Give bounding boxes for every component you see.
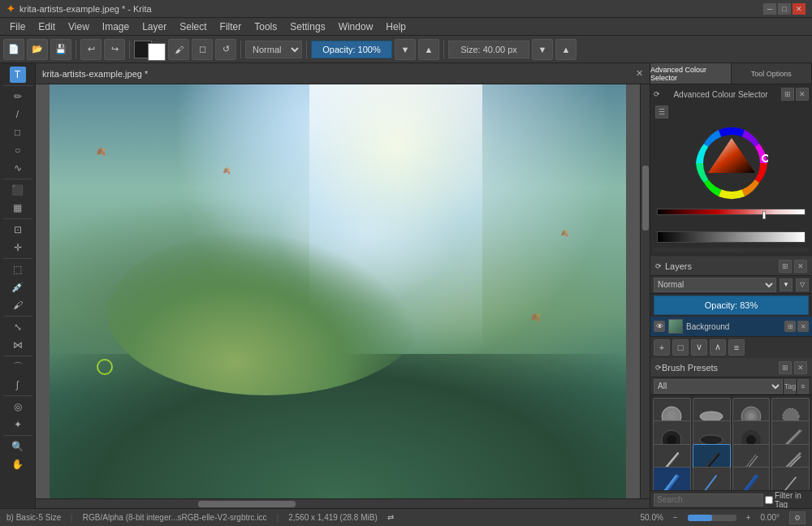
- tool-gradient[interactable]: ▦: [10, 200, 26, 216]
- menu-filter[interactable]: Filter: [214, 19, 248, 34]
- undo-button[interactable]: ↩: [80, 39, 102, 60]
- menu-help[interactable]: Help: [379, 19, 412, 34]
- layer-item-background[interactable]: 👁 Background ⊞ ✕: [650, 317, 812, 336]
- size-down[interactable]: ▼: [532, 39, 553, 60]
- menu-settings[interactable]: Settings: [283, 19, 331, 34]
- brush-category-select[interactable]: All: [654, 379, 783, 394]
- tool-smart-brush[interactable]: 🖌: [10, 297, 26, 313]
- tab-filename[interactable]: krita-artists-example.jpeg *: [42, 69, 148, 79]
- layers-refresh-icon[interactable]: ⟳: [655, 262, 662, 270]
- filter-in-tag-toggle[interactable]: Filter in Tag: [765, 491, 809, 509]
- tool-zoom[interactable]: 🔍: [10, 438, 26, 455]
- brush-tag-button[interactable]: Tag: [784, 379, 796, 394]
- layer-duplicate-button[interactable]: □: [672, 339, 689, 356]
- save-button[interactable]: 💾: [50, 39, 71, 60]
- layers-close-button[interactable]: ✕: [794, 260, 807, 273]
- tool-bezier[interactable]: ∿: [10, 160, 26, 176]
- tool-calligraphy[interactable]: ∫: [10, 377, 26, 393]
- tab-close-button[interactable]: ✕: [636, 68, 643, 79]
- size-up[interactable]: ▲: [555, 39, 577, 60]
- tool-freehand[interactable]: ✏: [10, 88, 26, 105]
- opacity-display[interactable]: Opacity: 100%: [311, 41, 392, 58]
- bw-gradient-bar[interactable]: [657, 231, 806, 243]
- redo-button[interactable]: ↪: [104, 39, 125, 60]
- tool-text[interactable]: T: [10, 67, 26, 83]
- colour-wheel-svg[interactable]: [695, 127, 768, 200]
- menu-edit[interactable]: Edit: [32, 19, 62, 34]
- brush-close-button[interactable]: ✕: [794, 361, 807, 374]
- opacity-up[interactable]: ▲: [418, 39, 439, 60]
- brush-item-15[interactable]: [771, 467, 810, 490]
- status-zoom-out[interactable]: −: [673, 513, 678, 522]
- tool-pan[interactable]: ✋: [10, 456, 26, 472]
- brush-float-button[interactable]: ⊞: [779, 361, 792, 374]
- tool-colorpicker[interactable]: 💉: [10, 279, 26, 295]
- vertical-scrollbar[interactable]: [640, 84, 650, 498]
- layers-options-icon[interactable]: ▼: [780, 278, 793, 291]
- tool-move[interactable]: ✛: [10, 239, 26, 256]
- colour-refresh-icon[interactable]: ⟳: [654, 90, 660, 98]
- transform-button[interactable]: ↺: [215, 39, 236, 60]
- tool-line[interactable]: /: [10, 106, 26, 123]
- menu-layer[interactable]: Layer: [136, 19, 173, 34]
- tool-warp[interactable]: ⋈: [10, 337, 26, 353]
- tool-fill[interactable]: ⬛: [10, 182, 26, 198]
- tool-clone[interactable]: ◎: [10, 399, 26, 415]
- status-zoom-in[interactable]: +: [746, 513, 751, 522]
- tab-tool-options[interactable]: Tool Options: [732, 63, 813, 84]
- background-color[interactable]: [148, 43, 166, 61]
- zoom-slider[interactable]: [688, 515, 736, 521]
- colour-float-button[interactable]: ⊞: [781, 88, 794, 101]
- layer-action-2[interactable]: ✕: [797, 321, 809, 332]
- colour-wheel-area[interactable]: [654, 123, 809, 205]
- brush-item-14[interactable]: [732, 467, 771, 490]
- layer-move-down-button[interactable]: ∧: [710, 339, 726, 356]
- menu-tools[interactable]: Tools: [248, 19, 283, 34]
- tool-path[interactable]: ⌒: [10, 359, 26, 375]
- maximize-button[interactable]: □: [778, 3, 791, 15]
- tool-multibrush[interactable]: ✦: [10, 416, 26, 433]
- layer-action-1[interactable]: ⊞: [784, 321, 796, 332]
- menu-select[interactable]: Select: [173, 19, 213, 34]
- close-button[interactable]: ✕: [793, 3, 806, 15]
- brush-item-12[interactable]: [653, 467, 691, 490]
- layers-float-button[interactable]: ⊞: [779, 260, 792, 273]
- menu-view[interactable]: View: [62, 19, 96, 34]
- tool-select-rect[interactable]: ⬚: [10, 261, 26, 278]
- tab-advanced-colour[interactable]: Advanced Colour Selector: [650, 63, 732, 84]
- open-button[interactable]: 📂: [27, 39, 48, 60]
- brush-search-input[interactable]: [654, 494, 763, 507]
- colour-options-icon[interactable]: ☰: [655, 106, 668, 119]
- layer-visibility-toggle[interactable]: 👁: [654, 321, 665, 332]
- menu-file[interactable]: File: [3, 19, 32, 34]
- panel-divider[interactable]: · · · · ·: [654, 248, 809, 252]
- new-button[interactable]: 📄: [3, 39, 24, 60]
- status-swap-icon[interactable]: ⇄: [387, 513, 394, 522]
- brush-refresh-icon[interactable]: ⟳: [655, 364, 662, 372]
- brush-presets-button[interactable]: 🖌: [168, 39, 189, 60]
- tool-rect[interactable]: □: [10, 124, 26, 140]
- brush-menu-button[interactable]: ≡: [797, 379, 809, 394]
- status-settings-button[interactable]: ⚙: [789, 511, 806, 524]
- colour-gradient-bar[interactable]: [657, 209, 806, 215]
- eraser-button[interactable]: ◻: [192, 39, 213, 60]
- layers-opacity-bar[interactable]: Opacity: 83%: [654, 295, 809, 315]
- tool-transform[interactable]: ⤡: [10, 319, 26, 335]
- blend-mode-select[interactable]: Normal: [245, 41, 302, 58]
- brush-item-13[interactable]: [693, 467, 731, 490]
- horizontal-scrollbar[interactable]: [36, 498, 650, 508]
- layer-group-button[interactable]: ≡: [728, 339, 745, 356]
- layers-blend-mode[interactable]: Normal: [654, 278, 776, 292]
- add-layer-button[interactable]: +: [654, 339, 670, 356]
- layers-filter-icon[interactable]: ▽: [796, 278, 809, 291]
- filter-in-tag-checkbox[interactable]: [765, 496, 773, 504]
- canvas-viewport[interactable]: 🍂 🍂 🍂 🍂: [36, 84, 640, 498]
- menu-image[interactable]: Image: [96, 19, 136, 34]
- opacity-down[interactable]: ▼: [395, 39, 416, 60]
- layer-move-up-button[interactable]: ∨: [691, 339, 707, 356]
- vertical-scrollbar-thumb[interactable]: [642, 166, 649, 231]
- colour-close-button[interactable]: ✕: [796, 88, 809, 101]
- minimize-button[interactable]: ─: [763, 3, 776, 15]
- menu-window[interactable]: Window: [332, 19, 380, 34]
- tool-ellipse[interactable]: ○: [10, 142, 26, 158]
